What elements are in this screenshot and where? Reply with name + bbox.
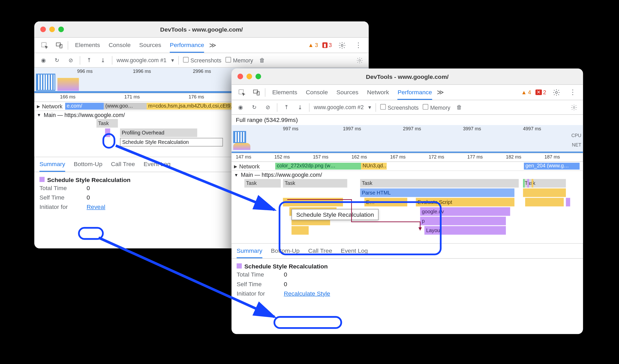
more-tabs-icon[interactable]: ≫ — [434, 86, 446, 98]
flame-bar-task[interactable]: Task — [523, 179, 566, 188]
network-bar[interactable]: NUn3,qd… — [361, 163, 386, 169]
tab-performance[interactable]: Performance — [170, 38, 204, 52]
flame-bar-layout[interactable]: Layout — [425, 226, 506, 235]
flame-bar-script[interactable]: Evaluate Script — [416, 198, 514, 207]
summary-tabbar: Summary Bottom-Up Call Tree Event Log — [232, 243, 583, 259]
tab-network[interactable]: Network — [367, 85, 389, 100]
record-icon[interactable]: ◉ — [39, 55, 48, 65]
tab-elements[interactable]: Elements — [75, 38, 100, 52]
recording-select[interactable]: www.google.com #2 ▾ — [314, 104, 371, 111]
row-value: 0 — [87, 194, 90, 201]
flame-bar-task[interactable]: Task — [283, 179, 347, 188]
download-icon[interactable]: ⤓ — [295, 103, 305, 112]
summary-title: Schedule Style Recalculation — [244, 263, 328, 270]
device-icon[interactable] — [250, 86, 262, 98]
flame-bar-schedule[interactable]: Schedule Style Recalculation — [120, 138, 223, 146]
recalculate-link[interactable]: Recalculate Style — [284, 290, 330, 297]
inspect-icon[interactable] — [39, 39, 51, 51]
errors-badge[interactable]: ✕ 2 — [535, 89, 546, 96]
window-title: DevTools - www.google.com/ — [366, 73, 449, 80]
row-value: 0 — [284, 280, 287, 287]
gear-icon[interactable] — [336, 39, 348, 51]
tab-elements[interactable]: Elements — [272, 85, 297, 100]
svg-point-3 — [341, 44, 343, 46]
ftab-eventlog[interactable]: Event Log — [144, 157, 170, 172]
close-icon[interactable] — [40, 27, 46, 32]
network-bar[interactable]: gen_204 (www.g… — [524, 163, 580, 169]
titlebar[interactable]: DevTools - www.google.com/ — [232, 68, 583, 85]
reload-icon[interactable]: ↻ — [52, 55, 62, 65]
memory-checkbox[interactable]: Memory — [423, 104, 450, 111]
kebab-icon[interactable]: ⋮ — [567, 86, 579, 98]
zoom-icon[interactable] — [58, 27, 64, 32]
minimize-icon[interactable] — [49, 27, 55, 32]
more-tabs-icon[interactable]: ≫ — [207, 39, 219, 51]
flame-bar-script[interactable]: E… — [364, 198, 407, 207]
gear-icon[interactable] — [551, 86, 563, 98]
reload-icon[interactable]: ↻ — [249, 103, 259, 112]
flame-bar-render[interactable]: google.cv — [420, 207, 510, 216]
flame-bar-task[interactable]: Task — [244, 179, 281, 188]
svg-point-4 — [359, 59, 361, 61]
top-tabbar: Elements Console Sources Network Perform… — [232, 85, 583, 100]
tab-sources[interactable]: Sources — [139, 38, 161, 52]
ftab-calltree[interactable]: Call Tree — [308, 244, 332, 258]
flame-bar-render[interactable]: p — [420, 217, 506, 225]
summary-panel: Schedule Style Recalculation Total Time0… — [232, 259, 583, 302]
flame-bar-script[interactable] — [291, 226, 309, 235]
upload-icon[interactable]: ⤒ — [84, 55, 94, 65]
reveal-link[interactable]: Reveal — [87, 203, 105, 210]
perf-toolbar: ◉ ↻ ⊘ ⤒ ⤓ www.google.com #1 ▾ Screenshot… — [34, 53, 369, 68]
devtools-window-2: DevTools - www.google.com/ Elements Cons… — [232, 68, 583, 334]
close-icon[interactable] — [238, 74, 243, 79]
flame-bar-task[interactable]: Task — [360, 179, 519, 188]
download-icon[interactable]: ⤓ — [98, 55, 108, 65]
ftab-bottomup[interactable]: Bottom-Up — [74, 157, 102, 172]
kebab-icon[interactable]: ⋮ — [352, 39, 364, 51]
inspect-icon[interactable] — [236, 86, 248, 98]
initiator-label: Initiator for — [39, 203, 78, 210]
overview-timeline[interactable]: 997 ms 1997 ms 2997 ms 3997 ms 4997 ms C… — [232, 125, 583, 153]
network-track[interactable]: ▶Network color_272x92dp.png (w… NUn3,qd…… — [232, 162, 583, 171]
overview-tick: 1996 ms — [133, 68, 151, 74]
ftab-bottomup[interactable]: Bottom-Up — [271, 244, 300, 258]
warnings-badge[interactable]: ▲ 4 — [521, 89, 531, 96]
gc-icon[interactable]: 🗑 — [257, 55, 267, 65]
tab-sources[interactable]: Sources — [336, 85, 358, 100]
flame-bar-parse[interactable]: Parse HTML — [360, 189, 514, 197]
memory-checkbox[interactable]: Memory — [226, 57, 253, 63]
time-ruler[interactable]: 147 ms 152 ms 157 ms 162 ms 167 ms 172 m… — [232, 153, 583, 162]
device-icon[interactable] — [53, 39, 65, 51]
ftab-eventlog[interactable]: Event Log — [341, 244, 368, 258]
perf-gear-icon[interactable] — [569, 103, 579, 112]
network-bar[interactable]: color_272x92dp.png (w… — [275, 163, 361, 169]
screenshots-checkbox[interactable]: Screenshots — [380, 104, 419, 111]
row-label: Total Time — [237, 271, 275, 278]
flame-bar-task[interactable]: Task — [96, 119, 118, 128]
network-bar[interactable]: (www.goo… — [104, 103, 146, 110]
minimize-icon[interactable] — [247, 74, 252, 79]
gc-icon[interactable]: 🗑 — [455, 103, 464, 112]
screenshots-checkbox[interactable]: Screenshots — [183, 57, 221, 63]
flame-tooltip: Schedule Style Recalculation — [291, 209, 379, 220]
clear-icon[interactable]: ⊘ — [263, 103, 273, 112]
flame-bar-script[interactable] — [283, 198, 343, 207]
ftab-calltree[interactable]: Call Tree — [111, 157, 135, 172]
titlebar[interactable]: DevTools - www.google.com/ — [34, 21, 369, 38]
zoom-icon[interactable] — [255, 74, 261, 79]
errors-badge[interactable]: ▮ 3 — [322, 42, 332, 49]
warnings-badge[interactable]: ▲ 3 — [308, 42, 318, 49]
tab-console[interactable]: Console — [109, 38, 131, 52]
ftab-summary[interactable]: Summary — [237, 244, 262, 258]
record-icon[interactable]: ◉ — [236, 103, 245, 112]
tab-performance[interactable]: Performance — [398, 85, 432, 100]
ftab-summary[interactable]: Summary — [39, 157, 65, 172]
upload-icon[interactable]: ⤒ — [282, 103, 291, 112]
network-bar[interactable]: e.com/ — [65, 103, 104, 110]
flame-bar-render[interactable] — [105, 128, 110, 137]
flame-bar-overhead[interactable]: Profiling Overhead — [120, 128, 197, 137]
recording-select[interactable]: www.google.com #1 ▾ — [117, 57, 174, 63]
perf-gear-icon[interactable] — [355, 55, 364, 65]
clear-icon[interactable]: ⊘ — [66, 55, 76, 65]
tab-console[interactable]: Console — [306, 85, 328, 100]
